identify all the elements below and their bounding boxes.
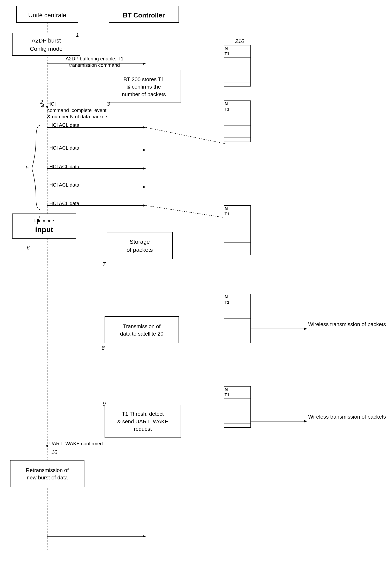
idle-mode-label: Idle mode input <box>12 214 76 238</box>
bt200-stores-label: BT 200 stores T1& confirms thenumber of … <box>107 71 181 103</box>
number-7: 7 <box>103 261 106 267</box>
svg-line-12 <box>146 127 226 144</box>
bt-controller-label: BT Controller <box>109 8 179 23</box>
hci-acl-3-label: HCI ACL data <box>49 164 79 170</box>
hci-command-label: HCI command_complete_event& number N of … <box>47 101 109 120</box>
diagram-container: Unité centrale BT Controller A2DP burstC… <box>0 0 392 561</box>
svg-marker-14 <box>143 149 146 151</box>
number-9: 9 <box>103 401 106 407</box>
number-4: 4 <box>41 103 44 109</box>
stack-ref-label: 210 <box>235 38 244 44</box>
svg-marker-27 <box>45 445 48 447</box>
a2dp-burst-label: A2DP burstConfig mode <box>12 34 80 55</box>
svg-marker-55 <box>304 420 307 422</box>
svg-marker-11 <box>143 126 146 129</box>
svg-marker-49 <box>304 328 307 330</box>
stack5-t1: T1 <box>224 392 229 397</box>
svg-marker-30 <box>143 535 146 538</box>
stack2-n: N <box>224 101 228 107</box>
stack3-t1: T1 <box>224 212 229 216</box>
wireless-1-label: Wireless transmission of packets <box>308 321 386 328</box>
svg-line-21 <box>146 205 226 218</box>
unite-centrale-label: Unité centrale <box>16 8 78 23</box>
transmission-label: Transmission ofdata to satellite 20 <box>105 317 179 343</box>
number-5: 5 <box>26 164 29 171</box>
number-1: 1 <box>76 32 79 38</box>
stack4-n: N <box>224 294 228 300</box>
svg-marker-20 <box>143 204 146 207</box>
stack5-n: N <box>224 387 228 392</box>
number-6: 6 <box>27 245 30 251</box>
t1-thresh-label: T1 Thresh. detect& send UART_WAKErequest <box>105 405 181 438</box>
a2dp-buffering-label: A2DP buffering enable, T1transmission co… <box>51 55 138 68</box>
svg-marker-16 <box>143 167 146 170</box>
stack4-t1: T1 <box>224 300 229 305</box>
stack1-n: N <box>224 46 228 51</box>
uart-wake-label: UART_WAKE confirmed <box>49 441 103 447</box>
stack1-t1: T1 <box>224 51 229 56</box>
number-8: 8 <box>102 345 105 351</box>
wireless-2-label: Wireless transmission of packets <box>308 413 386 421</box>
hci-acl-5-label: HCI ACL data <box>49 201 79 206</box>
svg-marker-18 <box>143 186 146 188</box>
hci-acl-4-label: HCI ACL data <box>49 182 79 188</box>
retransmission-label: Retransmission ofnew burst of data <box>10 461 84 487</box>
svg-marker-6 <box>143 63 146 65</box>
stack2-t1: T1 <box>224 107 229 112</box>
number-10: 10 <box>51 449 57 455</box>
storage-of-packets-label: Storageof packets <box>107 233 173 259</box>
hci-acl-2-label: HCI ACL data <box>49 145 79 151</box>
stack3-n: N <box>224 206 228 211</box>
hci-acl-1-label: HCI ACL data <box>49 122 79 128</box>
